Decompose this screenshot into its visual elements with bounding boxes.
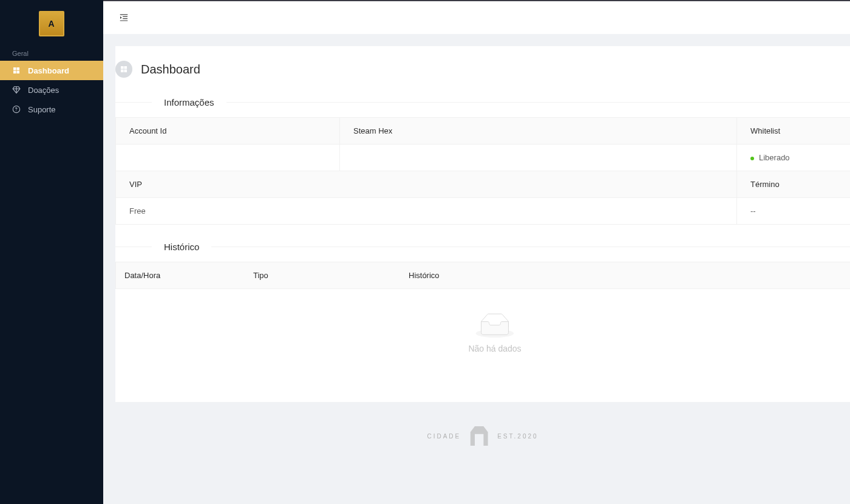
sidebar-item-label: Doações	[28, 86, 59, 95]
sidebar-item-suporte[interactable]: Suporte	[0, 100, 103, 119]
history-table-header: Data/Hora Tipo Histórico	[115, 262, 850, 289]
value-vip: Free	[115, 198, 737, 225]
content[interactable]: Dashboard Informações Account Id Steam H…	[103, 34, 850, 504]
sidebar-item-doacoes[interactable]: Doações	[0, 80, 103, 100]
footer-right-text: EST.2020	[497, 433, 538, 440]
sidebar-item-label: Dashboard	[28, 66, 69, 75]
value-account-id	[115, 145, 340, 171]
whitelist-status-text: Liberado	[759, 153, 790, 162]
value-steam-hex	[340, 145, 737, 171]
sidebar-item-dashboard[interactable]: Dashboard	[0, 61, 103, 80]
divider-historico: Histórico	[115, 242, 850, 252]
history-col-history: Histórico	[400, 262, 850, 288]
diamond-icon	[12, 86, 21, 94]
dashboard-icon	[12, 66, 21, 75]
footer: CIDADE EST.2020	[115, 414, 850, 458]
sidebar-item-label: Suporte	[28, 105, 56, 114]
value-termino: --	[737, 198, 850, 225]
dashboard-card: Dashboard Informações Account Id Steam H…	[115, 46, 850, 402]
footer-logo-icon	[468, 426, 490, 446]
empty-state: Não há dados	[115, 289, 850, 384]
page-title: Dashboard	[141, 63, 200, 77]
main-area: Dashboard Informações Account Id Steam H…	[103, 0, 850, 504]
divider-informacoes: Informações	[115, 97, 850, 107]
history-col-type: Tipo	[245, 262, 400, 288]
label-steam-hex: Steam Hex	[340, 117, 737, 145]
label-account-id: Account Id	[115, 117, 340, 145]
label-termino: Término	[737, 171, 850, 198]
footer-left-text: CIDADE	[427, 433, 461, 440]
brand-logo: A	[0, 0, 103, 47]
section-title-informacoes: Informações	[164, 97, 214, 107]
dashboard-title-icon	[115, 61, 132, 78]
question-icon	[12, 105, 21, 114]
section-title-historico: Histórico	[164, 242, 199, 252]
info-table: Account Id Steam Hex Whitelist Liberado …	[115, 117, 850, 225]
topbar	[103, 0, 850, 34]
menu-fold-icon[interactable]	[118, 12, 130, 24]
history-col-datetime: Data/Hora	[116, 262, 245, 288]
empty-text: Não há dados	[115, 344, 850, 353]
sidebar-section-label: Geral	[0, 47, 103, 61]
label-whitelist: Whitelist	[737, 117, 850, 145]
empty-box-icon	[475, 313, 514, 338]
sidebar-menu: Dashboard Doações Suporte	[0, 61, 103, 119]
brand-logo-icon: A	[39, 11, 64, 36]
sidebar: A Geral Dashboard Doações Suporte	[0, 0, 103, 504]
label-vip: VIP	[115, 171, 737, 198]
value-whitelist: Liberado	[737, 145, 850, 171]
status-dot-icon	[750, 157, 754, 160]
